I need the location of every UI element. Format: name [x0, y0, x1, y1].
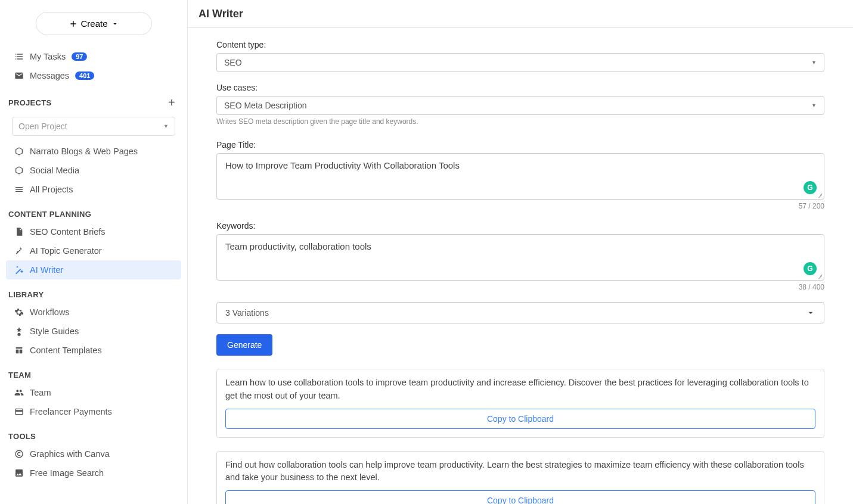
keywords-input[interactable]: Team productivity, collaboration tools G [216, 234, 824, 281]
main: AI Writer Content type: SEO ▼ Use cases:… [188, 0, 853, 504]
chevron-down-icon: ▼ [811, 102, 817, 108]
sidebar-item-content-templates[interactable]: Content Templates [6, 341, 181, 360]
library-header: LIBRARY [6, 279, 181, 303]
create-button[interactable]: Create [36, 12, 152, 35]
keywords-char-count: 38 / 400 [216, 283, 824, 291]
svg-point-0 [15, 450, 23, 458]
sidebar-item-label: Freelancer Payments [30, 407, 112, 416]
payment-icon [14, 407, 24, 416]
page-title-char-count: 57 / 200 [216, 202, 824, 210]
chevron-down-icon [111, 20, 119, 27]
chevron-down-icon: ▼ [163, 123, 169, 129]
sidebar-item-workflows[interactable]: Workflows [6, 303, 181, 322]
sidebar-item-social-media[interactable]: Social Media [6, 161, 181, 180]
add-project-icon[interactable]: + [168, 96, 175, 110]
sidebar-item-label: Social Media [30, 166, 79, 175]
copy-to-clipboard-button[interactable]: Copy to Clipboard [225, 490, 815, 504]
result-card: Find out how collaboration tools can hel… [216, 451, 824, 505]
grammarly-icon[interactable]: G [804, 181, 817, 194]
sidebar-item-label: Team [30, 388, 51, 397]
page-title-label: Page Title: [216, 140, 824, 150]
resize-handle-icon [817, 192, 823, 198]
style-icon [14, 326, 24, 336]
sidebar-item-label: My Tasks [30, 52, 66, 61]
sidebar-item-label: Content Templates [30, 346, 102, 355]
wand-icon [14, 265, 24, 275]
document-icon [14, 227, 24, 237]
sidebar-item-label: All Projects [30, 185, 73, 194]
projects-header: PROJECTS + [6, 85, 181, 113]
cube-icon [14, 166, 24, 175]
content-type-label: Content type: [216, 40, 824, 49]
sidebar-item-canva[interactable]: Graphics with Canva [6, 444, 181, 463]
sidebar-item-ai-topic-generator[interactable]: AI Topic Generator [6, 241, 181, 260]
page-title-value: How to Improve Team Productivity With Co… [225, 160, 460, 170]
variations-select[interactable]: 3 Variations [216, 302, 824, 323]
keywords-field: Keywords: Team productivity, collaborati… [216, 221, 824, 291]
result-text: Learn how to use collaboration tools to … [225, 377, 815, 403]
my-tasks-badge: 97 [72, 52, 87, 61]
sidebar-item-team[interactable]: Team [6, 383, 181, 402]
sidebar-item-freelancer-payments[interactable]: Freelancer Payments [6, 402, 181, 421]
open-project-select[interactable]: Open Project ▼ [12, 117, 175, 136]
page-title: AI Writer [188, 0, 853, 28]
use-cases-value: SEO Meta Description [224, 101, 307, 110]
sidebar-item-ai-writer[interactable]: AI Writer [6, 260, 181, 279]
create-label: Create [80, 18, 107, 29]
sidebar-item-messages[interactable]: Messages 401 [6, 66, 181, 85]
sidebar-item-label: Narrato Blogs & Web Pages [30, 147, 138, 156]
magic-icon [14, 246, 24, 256]
use-cases-hint: Writes SEO meta description given the pa… [216, 117, 824, 126]
result-text: Find out how collaboration tools can hel… [225, 459, 815, 485]
sidebar: Create My Tasks 97 Messages 401 PROJECTS… [0, 0, 188, 504]
generate-button[interactable]: Generate [216, 334, 272, 356]
sidebar-item-label: AI Writer [30, 265, 63, 275]
content-type-value: SEO [224, 58, 242, 67]
keywords-value: Team productivity, collaboration tools [225, 241, 371, 251]
use-cases-label: Use cases: [216, 83, 824, 92]
sidebar-item-label: Graphics with Canva [30, 449, 110, 459]
sidebar-item-seo-content-briefs[interactable]: SEO Content Briefs [6, 222, 181, 241]
messages-badge: 401 [75, 71, 94, 80]
keywords-label: Keywords: [216, 221, 824, 231]
content-planning-header: CONTENT PLANNING [6, 199, 181, 222]
image-icon [14, 468, 24, 478]
team-header: TEAM [6, 360, 181, 383]
use-cases-select[interactable]: SEO Meta Description ▼ [216, 96, 824, 115]
copy-to-clipboard-button[interactable]: Copy to Clipboard [225, 409, 815, 429]
content-type-field: Content type: SEO ▼ [216, 40, 824, 72]
canva-icon [14, 449, 24, 459]
list-icon [14, 185, 24, 194]
content-type-select[interactable]: SEO ▼ [216, 53, 824, 72]
variations-field: 3 Variations [216, 302, 824, 323]
cube-icon [14, 147, 24, 156]
sidebar-item-narrato-blogs[interactable]: Narrato Blogs & Web Pages [6, 142, 181, 161]
page-title-field: Page Title: How to Improve Team Producti… [216, 140, 824, 210]
grammarly-icon[interactable]: G [804, 262, 817, 275]
resize-handle-icon [817, 273, 823, 279]
sidebar-item-style-guides[interactable]: Style Guides [6, 322, 181, 341]
sidebar-item-label: Free Image Search [30, 468, 104, 478]
result-card: Learn how to use collaboration tools to … [216, 369, 824, 438]
chevron-down-icon: ▼ [811, 60, 817, 66]
sidebar-item-label: Messages [30, 71, 69, 80]
sidebar-item-label: Style Guides [30, 326, 79, 336]
chevron-down-icon [806, 308, 815, 318]
sidebar-item-image-search[interactable]: Free Image Search [6, 463, 181, 483]
users-icon [14, 388, 24, 397]
tools-header: TOOLS [6, 421, 181, 444]
form-area: Content type: SEO ▼ Use cases: SEO Meta … [188, 28, 853, 504]
sidebar-item-label: Workflows [30, 307, 70, 317]
page-title-input[interactable]: How to Improve Team Productivity With Co… [216, 153, 824, 200]
tasks-icon [14, 52, 24, 61]
sidebar-item-label: SEO Content Briefs [30, 227, 106, 237]
gears-icon [14, 307, 24, 317]
template-icon [14, 346, 24, 355]
variations-value: 3 Variations [225, 308, 269, 318]
use-cases-field: Use cases: SEO Meta Description ▼ Writes… [216, 83, 824, 126]
plus-icon [69, 19, 78, 29]
sidebar-item-my-tasks[interactable]: My Tasks 97 [6, 47, 181, 66]
open-project-placeholder: Open Project [18, 122, 67, 131]
sidebar-item-all-projects[interactable]: All Projects [6, 180, 181, 199]
envelope-icon [14, 71, 24, 80]
